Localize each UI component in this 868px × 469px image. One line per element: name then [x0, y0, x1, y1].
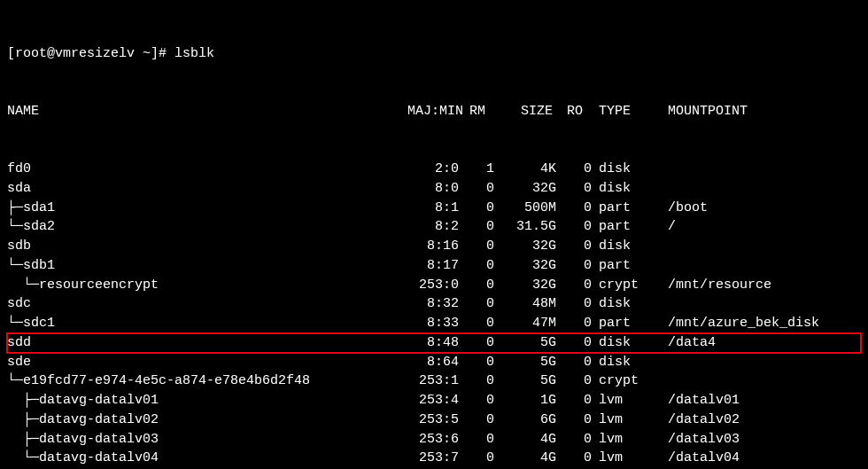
shell-prompt: [root@vmresizelv ~]# lsblk — [7, 44, 861, 64]
cell-size: 4G — [494, 449, 556, 468]
cell-majmin: 8:2 — [388, 217, 459, 237]
cell-rm: 0 — [459, 391, 494, 410]
cell-size: 1G — [494, 391, 556, 410]
cell-name: └─datavg-datalv04 — [7, 449, 388, 468]
cell-type: crypt — [592, 276, 661, 295]
cell-mount — [661, 353, 861, 372]
cell-ro: 0 — [556, 371, 592, 391]
cell-type: disk — [592, 179, 661, 199]
cell-majmin: 8:64 — [388, 353, 459, 372]
cell-ro: 0 — [556, 160, 592, 179]
cell-majmin: 8:32 — [388, 294, 459, 314]
cell-rm: 0 — [459, 371, 494, 391]
cell-mount — [661, 371, 861, 391]
cell-mount: /boot — [661, 199, 861, 218]
lsblk-row: sdc8:32048M0disk — [7, 294, 861, 314]
cell-type: disk — [592, 237, 661, 256]
cell-ro: 0 — [556, 256, 592, 276]
cell-size: 6G — [494, 410, 556, 430]
lsblk-row: ├─datavg-datalv02253:506G0lvm/datalv02 — [7, 410, 861, 430]
cell-mount: /datalv02 — [661, 410, 861, 430]
cell-mount — [661, 294, 861, 314]
cell-mount: /datalv01 — [661, 391, 861, 410]
cell-ro: 0 — [556, 333, 592, 353]
cell-ro: 0 — [556, 410, 592, 430]
cell-size: 31.5G — [494, 217, 556, 237]
cell-ro: 0 — [556, 391, 592, 410]
cell-size: 4G — [494, 430, 556, 449]
cell-mount: /mnt/azure_bek_disk — [661, 314, 861, 333]
header-rm: RM — [459, 102, 494, 121]
cell-name: sdb — [7, 237, 388, 256]
header-type: TYPE — [592, 102, 661, 121]
cell-size: 32G — [494, 179, 556, 199]
cell-ro: 0 — [556, 179, 592, 199]
cell-mount: /mnt/resource — [661, 276, 861, 295]
lsblk-row: sde8:6405G0disk — [7, 353, 861, 372]
cell-type: disk — [592, 294, 661, 314]
header-majmin: MAJ:MIN — [388, 102, 459, 121]
cell-majmin: 8:33 — [388, 314, 459, 333]
cell-rm: 0 — [459, 333, 494, 353]
cell-name: └─e19fcd77-e974-4e5c-a874-e78e4b6d2f48 — [7, 371, 388, 391]
header-size: SIZE — [494, 102, 556, 121]
lsblk-row: └─sdc18:33047M0part/mnt/azure_bek_disk — [7, 314, 861, 333]
cell-majmin: 8:16 — [388, 237, 459, 256]
cell-majmin: 8:0 — [388, 179, 459, 199]
lsblk-row: └─sda28:2031.5G0part/ — [7, 217, 861, 237]
cell-ro: 0 — [556, 199, 592, 218]
lsblk-row: sdd8:4805G0disk/data4 — [7, 333, 861, 353]
cell-rm: 0 — [459, 199, 494, 218]
cell-rm: 0 — [459, 294, 494, 314]
header-mount: MOUNTPOINT — [661, 102, 861, 121]
cell-size: 5G — [494, 371, 556, 391]
cell-rm: 0 — [459, 237, 494, 256]
cell-name: └─resourceencrypt — [7, 276, 388, 295]
cell-type: lvm — [592, 430, 661, 449]
lsblk-row: └─datavg-datalv04253:704G0lvm/datalv04 — [7, 449, 861, 468]
cell-name: └─sdb1 — [7, 256, 388, 276]
cell-name: sda — [7, 179, 388, 199]
cell-majmin: 2:0 — [388, 160, 459, 179]
cell-rm: 0 — [459, 256, 494, 276]
cell-rm: 0 — [459, 179, 494, 199]
cell-name: sde — [7, 353, 388, 372]
cell-rm: 0 — [459, 353, 494, 372]
cell-name: ├─datavg-datalv01 — [7, 391, 388, 410]
cell-name: └─sdc1 — [7, 314, 388, 333]
cell-ro: 0 — [556, 449, 592, 468]
cell-majmin: 253:5 — [388, 410, 459, 430]
cell-type: disk — [592, 353, 661, 372]
cell-mount: /data4 — [661, 333, 861, 353]
cell-type: part — [592, 256, 661, 276]
cell-size: 32G — [494, 276, 556, 295]
cell-mount — [661, 256, 861, 276]
cell-rm: 0 — [459, 276, 494, 295]
cell-rm: 0 — [459, 430, 494, 449]
cell-type: part — [592, 314, 661, 333]
cell-type: disk — [592, 160, 661, 179]
cell-type: disk — [592, 333, 661, 353]
cell-mount — [661, 179, 861, 199]
cell-size: 47M — [494, 314, 556, 333]
lsblk-row: fd02:014K0disk — [7, 160, 861, 179]
cell-size: 4K — [494, 160, 556, 179]
cell-ro: 0 — [556, 276, 592, 295]
cell-name: sdd — [7, 333, 388, 353]
cell-type: part — [592, 199, 661, 218]
cell-size: 32G — [494, 237, 556, 256]
cell-rm: 0 — [459, 314, 494, 333]
cell-name: ├─datavg-datalv03 — [7, 430, 388, 449]
lsblk-row: ├─datavg-datalv01253:401G0lvm/datalv01 — [7, 391, 861, 410]
cell-type: crypt — [592, 371, 661, 391]
cell-ro: 0 — [556, 217, 592, 237]
cell-majmin: 253:0 — [388, 276, 459, 295]
cell-type: lvm — [592, 391, 661, 410]
lsblk-row: └─e19fcd77-e974-4e5c-a874-e78e4b6d2f4825… — [7, 371, 861, 391]
cell-ro: 0 — [556, 314, 592, 333]
cell-mount: / — [661, 217, 861, 237]
lsblk-row: sda8:0032G0disk — [7, 179, 861, 199]
cell-majmin: 253:1 — [388, 371, 459, 391]
cell-name: ├─sda1 — [7, 199, 388, 218]
cell-rm: 0 — [459, 217, 494, 237]
